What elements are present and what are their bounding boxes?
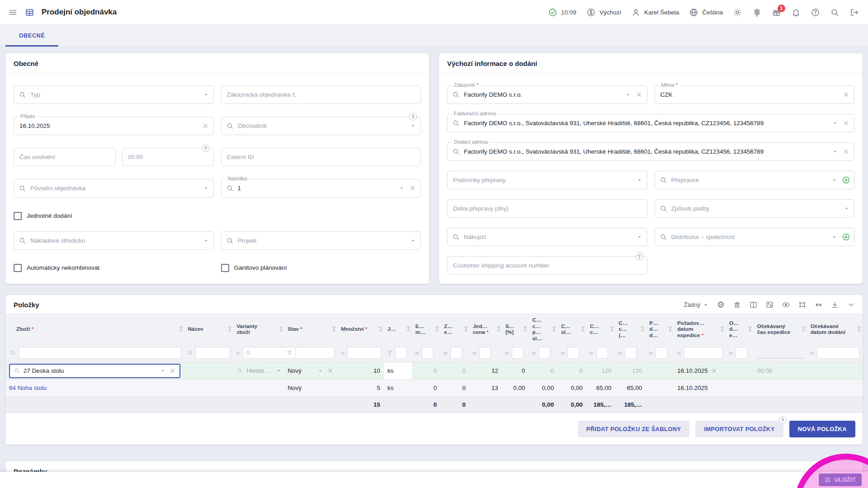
sum-icon[interactable]: Σ [464,326,468,333]
item-combo[interactable]: 27 Deska stolu [9,364,180,378]
salesperson-field[interactable]: ? [221,117,421,135]
typ-input[interactable] [14,86,203,103]
column-header-em[interactable]: E… m…Σ [412,314,441,345]
column-header-ocek_datum[interactable]: Očekávané datum dodáníΣ [807,314,863,345]
item-row-2-ccpsl[interactable]: 0,00 [528,380,557,397]
filter-input-mnozstvi[interactable] [347,347,381,359]
column-header-csl[interactable]: C… sl…Σ [557,314,586,345]
chevron-down-icon[interactable] [636,177,643,183]
sum-icon[interactable]: Σ [720,326,724,333]
item-row-2-pozadov[interactable]: 16.10.2025 [674,380,726,397]
item-row-2-stav[interactable]: Nový [284,380,337,397]
shipping-address-input[interactable] [448,143,832,160]
item-row-2-pdd[interactable] [646,380,674,397]
carrier-input[interactable] [655,171,831,189]
item-row-1-ode[interactable] [726,362,754,380]
item-row-1-em[interactable]: 0 [412,362,441,380]
chevron-down-icon[interactable] [831,234,838,240]
filter-input-ccpsl[interactable] [538,347,550,359]
item-row-2-mnozstvi[interactable]: 5 [337,380,384,397]
external-id-input[interactable] [222,148,421,166]
single-delivery-checkbox[interactable]: Jednotné dodání [14,211,421,221]
add-distributor-icon[interactable] [842,233,850,241]
help-badge[interactable]: ? [409,113,417,121]
release-clock-input[interactable] [123,148,213,166]
item-row-1-ocek_datum[interactable] [807,362,863,380]
chevron-down-icon[interactable] [625,91,632,98]
currency-field[interactable]: Měna * [655,85,855,104]
item-row-1-varianty[interactable]: Hledat … [233,362,284,380]
item-row-2-ocek_cas[interactable] [754,380,807,397]
item-row-2-nazev[interactable] [184,380,233,397]
fit-width-icon[interactable]: ↔ [814,300,823,309]
column-header-cc[interactable]: C… c…Σ [586,314,615,345]
selection-frame-icon[interactable] [798,300,807,309]
chevron-down-icon[interactable] [275,367,282,374]
item-link[interactable]: 64 Noha stolu [9,385,47,391]
item-row-1-csl[interactable]: 0 [557,362,586,380]
item-row-2-cc[interactable]: 65,00 [586,380,615,397]
release-clock-field[interactable]: ? [122,148,214,166]
clear-icon[interactable] [843,148,849,155]
sum-icon[interactable]: Σ [524,326,528,333]
sum-icon[interactable]: Σ [435,326,439,333]
layout-panels-icon[interactable] [765,300,774,309]
filter-input-csl[interactable] [567,347,579,359]
column-header-mnozstvi[interactable]: Množství *Σ [337,314,384,345]
sum-icon[interactable]: Σ [668,326,672,333]
chevron-down-icon[interactable] [203,237,209,244]
date-with-clear[interactable]: 16.10.2025 [677,367,718,374]
offer-field[interactable]: Nabídka [221,179,421,197]
distributor-input[interactable] [655,228,831,246]
language-button[interactable]: Čeština [689,8,723,17]
salesperson-input[interactable] [222,117,410,135]
billing-address-field[interactable]: Fakturační adresa [447,114,854,132]
filter-input-ocek_datum[interactable] [817,347,860,359]
status-combo[interactable]: Nový [288,367,334,374]
new-item-button[interactable]: NOVÁ POLOŽKA [789,421,855,437]
column-header-ccpsl[interactable]: C… c… p… sl…Σ [528,314,557,345]
chevron-down-icon[interactable] [843,205,850,212]
sum-icon[interactable]: Σ [406,326,410,333]
release-time-input[interactable] [14,148,115,166]
sum-icon[interactable]: Σ [379,326,383,333]
settings-icon[interactable]: ⚙ [717,300,725,309]
brightness-icon[interactable] [733,8,742,17]
item-row-1-nazev[interactable] [184,362,233,380]
checkbox-box[interactable] [221,264,229,272]
help-icon[interactable] [811,8,820,17]
item-row-2-j[interactable]: ks [384,380,412,397]
gift-button[interactable]: 1 [772,8,781,17]
item-row-1-pdd[interactable] [646,362,674,380]
column-header-ze[interactable]: Z… e…Σ [440,314,469,345]
buyer-field[interactable] [447,228,647,246]
filter-input-zbozi[interactable] [19,347,181,359]
filter-input-s[interactable] [512,347,524,359]
item-row-1[interactable]: 27 Deska stoluHledat …Nový10ks0012000120… [5,362,863,380]
filter-input-em[interactable] [422,347,434,359]
add-carrier-icon[interactable] [842,176,850,184]
search-icon[interactable] [830,8,840,17]
group-by-select[interactable]: Žádný [684,301,709,308]
customer-input[interactable] [448,86,625,103]
original-order-field[interactable] [14,179,214,197]
sum-icon[interactable]: Σ [179,326,183,333]
payment-method-field[interactable] [655,199,855,218]
currency-input[interactable] [655,86,843,103]
trash-restore-icon[interactable] [733,300,741,309]
filter-input-stav[interactable] [295,347,335,359]
clear-icon[interactable] [409,185,416,192]
sum-icon[interactable]: Σ [552,326,557,333]
gantt-planning-checkbox[interactable]: Ganttovo plánování [221,263,421,273]
item-row-2-ode[interactable] [726,380,754,397]
customer-order-field[interactable] [221,85,421,104]
clear-icon[interactable] [202,122,209,129]
column-header-zbozi[interactable]: Zboží *Σ [5,314,184,345]
project-field[interactable] [221,231,421,250]
column-header-s[interactable]: S… [%]Σ [502,314,529,345]
logout-icon[interactable] [849,8,859,17]
bell-icon[interactable] [791,8,801,17]
chevron-down-icon[interactable] [410,237,416,244]
menu-icon[interactable] [8,8,18,17]
item-row-1-s[interactable]: 0 [502,362,529,380]
